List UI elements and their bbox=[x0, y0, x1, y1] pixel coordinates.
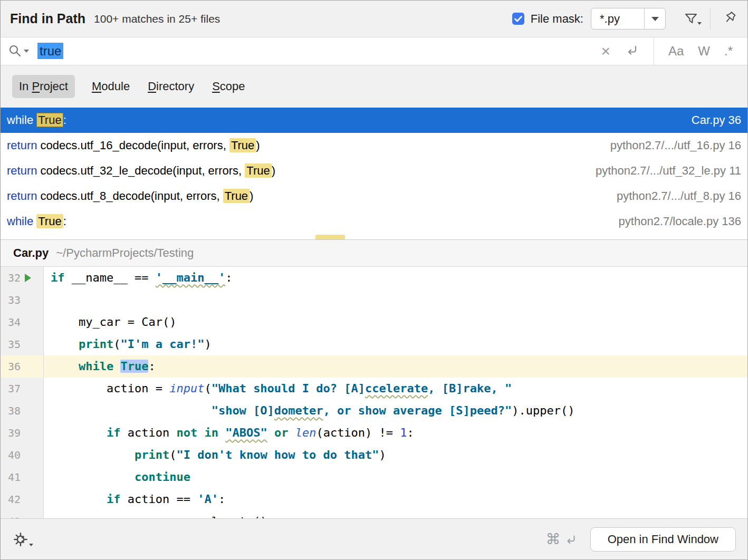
result-row[interactable]: return codecs.utf_32_le_decode(input, er… bbox=[1, 158, 747, 184]
result-text: while True: bbox=[7, 113, 66, 127]
titlebar: Find in Path 100+ matches in 25+ files F… bbox=[1, 1, 747, 37]
code-text[interactable] bbox=[44, 289, 51, 311]
line-number: 35 bbox=[1, 333, 21, 355]
line-number: 34 bbox=[1, 311, 21, 333]
filter-icon[interactable] bbox=[684, 12, 698, 26]
chevron-down-icon[interactable] bbox=[644, 8, 665, 29]
results-list: while True:Car.py 36return codecs.utf_16… bbox=[1, 108, 747, 234]
search-history-caret-icon bbox=[24, 50, 29, 53]
code-line: 43 my_car.accelerate() bbox=[1, 510, 747, 518]
search-icon[interactable] bbox=[1, 44, 33, 59]
editor-gutter: 33 bbox=[1, 289, 44, 311]
clear-search-icon[interactable]: × bbox=[601, 43, 610, 59]
search-options-separator bbox=[654, 37, 654, 65]
editor-gutter: 40 bbox=[1, 444, 44, 466]
match-case-toggle[interactable]: Aa bbox=[668, 44, 684, 59]
code-line: 33 bbox=[1, 289, 747, 311]
code-text[interactable]: if action not in "ABOS" or len(action) !… bbox=[44, 422, 414, 444]
code-text[interactable]: continue bbox=[44, 466, 190, 488]
code-text[interactable]: action = input("What should I do? [A]cce… bbox=[44, 378, 512, 400]
file-mask-value[interactable]: *.py bbox=[591, 12, 644, 26]
dialog-title: Find in Path bbox=[10, 11, 85, 26]
result-file-reference: python2.7/.../utf_32_le.py 11 bbox=[585, 164, 741, 178]
result-row[interactable]: return codecs.utf_16_decode(input, error… bbox=[1, 133, 747, 158]
scope-tab-scope[interactable]: Scope bbox=[211, 75, 246, 98]
file-mask-combo[interactable]: *.py bbox=[591, 8, 666, 30]
editor-gutter: 32 bbox=[1, 267, 44, 289]
line-number: 39 bbox=[1, 422, 21, 444]
editor-gutter: 37 bbox=[1, 378, 44, 400]
code-line: 41 continue bbox=[1, 466, 747, 488]
line-number: 41 bbox=[1, 466, 21, 488]
open-in-find-window-button[interactable]: Open in Find Window bbox=[590, 527, 736, 552]
new-line-icon[interactable] bbox=[625, 43, 639, 60]
scope-tab-directory[interactable]: Directory bbox=[147, 75, 195, 98]
editor-gutter: 34 bbox=[1, 311, 44, 333]
clipped-match-highlight bbox=[315, 235, 345, 239]
scope-tab-in-project[interactable]: In Project bbox=[12, 75, 75, 98]
code-text[interactable]: print("I don't know how to do that") bbox=[44, 444, 386, 466]
code-line: 38 "show [O]dometer, or show average [S]… bbox=[1, 400, 747, 422]
search-options: × Aa W .* bbox=[601, 37, 747, 65]
result-row[interactable]: while True:python2.7/locale.py 136 bbox=[1, 209, 747, 234]
editor-gutter: 39 bbox=[1, 422, 44, 444]
gear-icon[interactable] bbox=[12, 531, 29, 548]
search-bar: true × Aa W .* bbox=[1, 37, 747, 65]
editor-gutter: 35 bbox=[1, 333, 44, 355]
footer: ⌘ Open in Find Window bbox=[1, 518, 747, 559]
editor-gutter: 38 bbox=[1, 400, 44, 422]
line-number: 43 bbox=[1, 510, 21, 518]
line-number: 36 bbox=[1, 355, 21, 378]
file-mask-label: File mask: bbox=[531, 12, 583, 26]
code-line: 39 if action not in "ABOS" or len(action… bbox=[1, 422, 747, 444]
editor-gutter: 42 bbox=[1, 488, 44, 510]
file-mask-checkbox[interactable] bbox=[512, 13, 524, 25]
regex-toggle[interactable]: .* bbox=[724, 44, 733, 59]
editor-gutter: 36 bbox=[1, 355, 44, 378]
code-line: 37 action = input("What should I do? [A]… bbox=[1, 378, 747, 400]
search-query-text: true bbox=[37, 43, 63, 59]
code-line: 35 print("I'm a car!") bbox=[1, 333, 747, 355]
code-line: 32if __name__ == '__main__': bbox=[1, 267, 747, 289]
result-file-reference: python2.7/.../utf_16.py 16 bbox=[600, 139, 741, 152]
gear-caret-icon bbox=[29, 544, 33, 546]
line-number: 37 bbox=[1, 378, 21, 400]
editor-gutter: 41 bbox=[1, 466, 44, 488]
line-number: 40 bbox=[1, 444, 21, 466]
line-number: 38 bbox=[1, 400, 21, 422]
code-line: 36 while True: bbox=[1, 355, 747, 378]
result-text: while True: bbox=[7, 215, 66, 228]
match-summary: 100+ matches in 25+ files bbox=[94, 13, 220, 25]
code-text[interactable]: if __name__ == '__main__': bbox=[44, 267, 232, 289]
line-number: 42 bbox=[1, 488, 21, 510]
code-editor[interactable]: 32if __name__ == '__main__':3334 my_car … bbox=[1, 267, 747, 518]
enter-key-icon bbox=[564, 533, 578, 546]
result-row[interactable]: while True:Car.py 36 bbox=[1, 108, 747, 133]
checkmark-icon bbox=[514, 16, 522, 22]
search-input[interactable]: true bbox=[37, 44, 63, 59]
line-number: 32 bbox=[1, 267, 21, 289]
code-text[interactable]: while True: bbox=[44, 355, 156, 378]
titlebar-actions: File mask: *.py bbox=[512, 8, 738, 30]
preview-file-path: ~/PycharmProjects/Testing bbox=[56, 246, 194, 260]
whole-words-toggle[interactable]: W bbox=[698, 44, 710, 59]
titlebar-separator bbox=[710, 8, 711, 30]
code-text[interactable]: my_car = Car() bbox=[44, 311, 176, 333]
result-text: return codecs.utf_8_decode(input, errors… bbox=[7, 189, 253, 203]
preview-header: Car.py ~/PycharmProjects/Testing bbox=[1, 239, 747, 267]
editor-lines: 32if __name__ == '__main__':3334 my_car … bbox=[1, 267, 747, 518]
clipped-result-row bbox=[1, 234, 747, 239]
code-text[interactable]: my_car.accelerate() bbox=[44, 510, 267, 518]
preview-file-name: Car.py bbox=[13, 246, 49, 260]
code-text[interactable]: print("I'm a car!") bbox=[44, 333, 212, 355]
command-key-icon: ⌘ bbox=[546, 530, 561, 548]
scope-tab-module[interactable]: Module bbox=[91, 75, 131, 98]
result-file-reference: python2.7/locale.py 136 bbox=[608, 215, 741, 228]
result-row[interactable]: return codecs.utf_8_decode(input, errors… bbox=[1, 184, 747, 209]
result-file-reference: Car.py 36 bbox=[681, 113, 741, 127]
run-icon[interactable] bbox=[25, 274, 31, 282]
code-text[interactable]: "show [O]dometer, or show average [S]pee… bbox=[44, 400, 574, 422]
code-line: 40 print("I don't know how to do that") bbox=[1, 444, 747, 466]
code-text[interactable]: if action == 'A': bbox=[44, 488, 225, 510]
pin-icon[interactable] bbox=[722, 11, 738, 27]
